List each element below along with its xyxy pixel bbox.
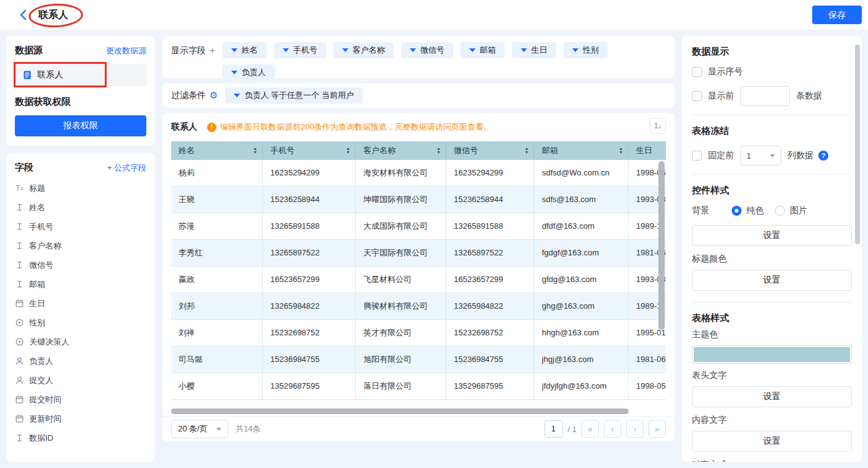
column-header-label: 姓名 — [179, 145, 195, 156]
current-page-input[interactable]: 1 — [544, 420, 563, 438]
person-icon — [15, 376, 24, 385]
datasource-item[interactable]: 联系人 — [15, 64, 146, 86]
field-item[interactable]: 微信号 — [15, 255, 146, 275]
sort-caret-icon[interactable]: ▲▼ — [436, 147, 441, 154]
fields-panel: 字段 + 公式字段 标题姓名手机号客户名称微信号邮箱生日性别关键决策人负责人提交… — [6, 153, 155, 462]
save-button[interactable]: 保存 — [812, 6, 862, 24]
field-item[interactable]: 提交人 — [15, 371, 146, 390]
title-color-label: 标题颜色 — [692, 254, 852, 265]
display-field-chip[interactable]: 手机号 — [274, 42, 326, 58]
sort-caret-icon[interactable]: ▲▼ — [525, 147, 529, 154]
display-field-chip[interactable]: 微信号 — [401, 42, 453, 58]
column-header[interactable]: 邮箱▲▼ — [534, 141, 629, 160]
display-field-chip[interactable]: 生日 — [512, 42, 556, 58]
freeze-count-value: 1 — [746, 151, 751, 161]
field-item[interactable]: 关键决策人 — [15, 332, 146, 351]
next-page-icon[interactable]: › — [626, 420, 644, 438]
table-cell: 16235294299 — [263, 160, 356, 186]
gear-icon[interactable]: ⚙ — [210, 90, 218, 101]
field-item-label: 标题 — [29, 183, 45, 194]
column-header[interactable]: 客户名称▲▼ — [356, 141, 446, 160]
horizontal-scrollbar[interactable] — [171, 408, 629, 414]
table-cell: 英才有限公司 — [356, 320, 446, 346]
chevron-down-icon — [283, 48, 289, 52]
field-item[interactable]: 手机号 — [15, 217, 146, 236]
text-icon — [15, 260, 24, 270]
column-header[interactable]: 手机号▲▼ — [263, 141, 356, 160]
freeze-checkbox[interactable] — [692, 151, 702, 161]
change-datasource-link[interactable]: 更改数据源 — [106, 45, 146, 56]
back-icon[interactable] — [17, 9, 30, 21]
table-cell: 1981-06 — [629, 347, 666, 373]
add-field-icon[interactable]: + — [210, 42, 215, 72]
content-text-set-button[interactable]: 设置 — [692, 431, 852, 452]
title-color-set-button[interactable]: 设置 — [692, 270, 852, 291]
table-cell: 15236984755 — [263, 347, 356, 373]
header-text-set-button[interactable]: 设置 — [692, 386, 852, 407]
table-row: 嬴政16523657299飞星材料公司16523657299gfdg@163.c… — [171, 267, 666, 293]
vertical-scrollbar[interactable] — [658, 161, 665, 330]
column-header[interactable]: 微信号▲▼ — [446, 141, 534, 160]
field-item[interactable]: 邮箱 — [15, 275, 146, 294]
table-cell: 刘邦 — [171, 293, 263, 319]
field-item[interactable]: 性别 — [15, 313, 146, 332]
show-first-checkbox[interactable] — [692, 91, 702, 101]
field-item[interactable]: 姓名 — [15, 198, 146, 217]
first-page-icon[interactable]: « — [582, 420, 599, 438]
page-size-select[interactable]: 20 条/页 — [171, 420, 228, 438]
theme-color-swatch[interactable] — [692, 345, 852, 364]
field-item[interactable]: 数据ID — [15, 428, 146, 448]
calendar-icon — [15, 414, 24, 423]
table-row: 小樱13529687595落日有限公司13529687595jfdyjfgh@1… — [171, 373, 666, 400]
sort-order-icon[interactable]: 1↓ — [650, 118, 666, 134]
sort-caret-icon[interactable]: ▲▼ — [253, 147, 257, 154]
text-icon — [15, 280, 24, 289]
table-cell: dfdf@163.com — [534, 213, 629, 239]
column-header[interactable]: 生日▲▼ — [629, 141, 666, 160]
freeze-count-select[interactable]: 1 — [740, 146, 781, 166]
table-cell: 13265897522 — [446, 240, 534, 266]
solid-color-radio[interactable] — [732, 206, 742, 216]
panel-scrollbar[interactable] — [855, 45, 860, 244]
table-cell: 13265897522 — [263, 240, 356, 266]
background-set-button[interactable]: 设置 — [692, 225, 852, 246]
display-fields-panel: 显示字段 + 姓名手机号客户名称微信号邮箱生日性别负责人 — [162, 36, 675, 78]
field-item[interactable]: 负责人 — [15, 351, 146, 371]
display-field-chip[interactable]: 客户名称 — [334, 42, 394, 58]
table-cell: 坤曜国际有限公司 — [356, 187, 446, 213]
field-item[interactable]: 生日 — [15, 294, 146, 313]
warning-icon: ! — [207, 123, 216, 132]
table-cell: 13529687595 — [446, 373, 534, 399]
filter-condition-chip[interactable]: 负责人 等于任意一个 当前用户 — [225, 87, 362, 104]
report-permission-button[interactable]: 报表权限 — [15, 115, 146, 136]
field-item-label: 负责人 — [29, 356, 53, 367]
sort-caret-icon[interactable]: ▲▼ — [619, 147, 623, 154]
add-formula-field-link[interactable]: + 公式字段 — [107, 162, 146, 174]
show-first-count-input[interactable] — [740, 86, 790, 106]
sort-caret-icon[interactable]: ▲▼ — [346, 147, 350, 154]
display-field-chip[interactable]: 负责人 — [223, 64, 275, 81]
display-field-chip[interactable]: 邮箱 — [461, 42, 505, 58]
field-item[interactable]: 标题 — [15, 179, 146, 198]
datasource-panel: 数据源 更改数据源 联系人 数据获取权限 报表权限 — [6, 36, 155, 146]
table-preview-panel: 联系人 ! 编辑界面只取数据源前200条作为查询数据预览，完整数据请访问页面查看… — [162, 113, 675, 441]
table-cell: 15232698752 — [263, 320, 356, 346]
filter-condition-label: 负责人 等于任意一个 当前用户 — [244, 90, 353, 101]
display-field-chip[interactable]: 姓名 — [223, 42, 267, 58]
prev-page-icon[interactable]: ‹ — [604, 420, 621, 438]
table-cell: 天宇国际有限公司 — [356, 240, 446, 266]
chip-label: 负责人 — [242, 67, 266, 78]
field-item[interactable]: 更新时间 — [15, 409, 146, 428]
image-radio[interactable] — [775, 206, 785, 216]
table-cell: 15232698752 — [446, 320, 534, 346]
display-field-chip[interactable]: 性别 — [564, 42, 608, 58]
field-item-label: 生日 — [29, 298, 45, 309]
field-item[interactable]: 客户名称 — [15, 236, 146, 255]
column-header[interactable]: 姓名▲▼ — [171, 141, 263, 160]
table-cell: 杨莉 — [171, 160, 263, 186]
help-icon[interactable]: ? — [818, 151, 828, 161]
field-item[interactable]: 提交时间 — [15, 390, 146, 409]
last-page-icon[interactable]: » — [649, 420, 666, 438]
show-index-checkbox[interactable] — [692, 67, 702, 77]
chevron-down-icon — [521, 48, 527, 52]
